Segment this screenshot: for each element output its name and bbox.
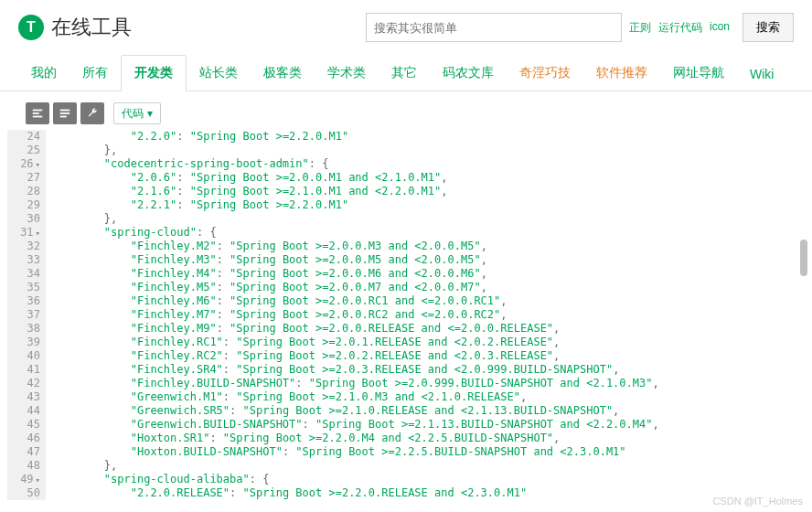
code-line[interactable]: "Greenwich.BUILD-SNAPSHOT": "Spring Boot… <box>51 418 812 432</box>
svg-rect-1 <box>33 112 39 114</box>
code-line[interactable]: "spring-cloud": { <box>51 226 812 240</box>
nav-item-7[interactable]: 码农文库 <box>430 56 507 91</box>
nav-item-10[interactable]: 网址导航 <box>660 56 737 91</box>
line-number: 40 <box>13 349 40 363</box>
vertical-scrollbar[interactable] <box>799 130 808 500</box>
code-line[interactable]: "2.2.0.RELEASE": "Spring Boot >=2.2.0.RE… <box>51 486 812 500</box>
line-number: 43 <box>13 390 40 404</box>
code-line[interactable]: "Hoxton.SR1": "Spring Boot >=2.2.0.M4 an… <box>51 432 812 445</box>
code-type-dropdown[interactable]: 代码 ▾ <box>113 102 161 124</box>
nav-item-4[interactable]: 极客类 <box>251 56 315 91</box>
code-line[interactable]: "spring-cloud-alibaba": { <box>51 473 812 486</box>
svg-rect-4 <box>60 112 70 114</box>
line-number: 44 <box>13 404 40 418</box>
line-number: 50 <box>13 486 40 500</box>
svg-rect-2 <box>33 116 43 118</box>
code-line[interactable]: "Finchley.M6": "Spring Boot >=2.0.0.RC1 … <box>51 294 812 308</box>
logo-text: 在线工具 <box>51 14 132 41</box>
code-line[interactable]: "Finchley.M5": "Spring Boot >=2.0.0.M7 a… <box>51 281 812 294</box>
editor-toolbar: 代码 ▾ <box>7 99 812 130</box>
code-line[interactable]: "Finchley.M4": "Spring Boot >=2.0.0.M6 a… <box>51 267 812 281</box>
code-line[interactable]: "Finchley.M2": "Spring Boot >=2.0.0.M3 a… <box>51 240 812 253</box>
search-quick-links: 正则 运行代码 icon <box>622 20 737 36</box>
line-number: 25 <box>13 144 40 157</box>
search-button[interactable]: 搜索 <box>743 13 794 42</box>
line-number: 29 <box>13 198 40 212</box>
line-number: 42 <box>13 377 40 390</box>
code-line[interactable]: "Finchley.RC1": "Spring Boot >=2.0.1.REL… <box>51 336 812 349</box>
chevron-down-icon: ▾ <box>147 107 153 120</box>
line-number: 28 <box>13 185 40 198</box>
code-line[interactable]: "2.1.6": "Spring Boot >=2.1.0.M1 and <2.… <box>51 185 812 198</box>
code-line[interactable]: "Greenwich.M1": "Spring Boot >=2.1.0.M3 … <box>51 390 812 404</box>
line-number: 33 <box>13 253 40 267</box>
nav-item-11[interactable]: Wiki <box>737 58 786 91</box>
code-line[interactable]: "2.2.0": "Spring Boot >=2.2.0.M1" <box>51 130 812 144</box>
svg-rect-3 <box>60 110 70 112</box>
logo[interactable]: T 在线工具 <box>18 14 132 41</box>
watermark: CSDN @IT_Holmes <box>712 496 803 500</box>
line-number: 26▾ <box>13 157 40 171</box>
line-number: 46 <box>13 432 40 445</box>
code-line[interactable]: "Finchley.M9": "Spring Boot >=2.0.0.RELE… <box>51 322 812 336</box>
header: T 在线工具 正则 运行代码 icon 搜索 <box>0 0 812 55</box>
code-line[interactable]: }, <box>51 459 812 473</box>
line-number: 24 <box>13 130 40 144</box>
code-line[interactable]: "Finchley.RC2": "Spring Boot >=2.0.2.REL… <box>51 349 812 363</box>
link-regex[interactable]: 正则 <box>629 20 651 36</box>
search-input[interactable] <box>366 13 622 42</box>
line-number: 35 <box>13 281 40 294</box>
scrollbar-thumb[interactable] <box>800 240 807 276</box>
line-number: 36 <box>13 294 40 308</box>
line-number: 48 <box>13 459 40 473</box>
line-gutter: 242526▾2728293031▾3233343536373839404142… <box>7 130 46 500</box>
editor-area: 代码 ▾ 242526▾2728293031▾32333435363738394… <box>0 91 812 500</box>
code-line[interactable]: "Finchley.SR4": "Spring Boot >=2.0.3.REL… <box>51 363 812 377</box>
nav-tabs: 我的所有开发类站长类极客类学术类其它码农文库奇淫巧技软件推荐网址导航Wiki <box>0 55 812 91</box>
line-number: 27 <box>13 171 40 185</box>
nav-item-2[interactable]: 开发类 <box>121 55 187 91</box>
code-line[interactable]: "Hoxton.BUILD-SNAPSHOT": "Spring Boot >=… <box>51 445 812 459</box>
line-number: 41 <box>13 363 40 377</box>
code-type-label: 代码 <box>122 106 144 122</box>
code-line[interactable]: "codecentric-spring-boot-admin": { <box>51 157 812 171</box>
svg-rect-0 <box>33 110 43 112</box>
code-line[interactable]: "Finchley.M3": "Spring Boot >=2.0.0.M5 a… <box>51 253 812 267</box>
align-button[interactable] <box>53 102 77 124</box>
wrench-button[interactable] <box>80 102 104 124</box>
code-line[interactable]: }, <box>51 212 812 226</box>
nav-item-3[interactable]: 站长类 <box>187 56 251 91</box>
link-icon[interactable]: icon <box>710 20 730 36</box>
link-run-code[interactable]: 运行代码 <box>658 20 702 36</box>
align-left-button[interactable] <box>26 102 49 124</box>
nav-item-1[interactable]: 所有 <box>69 56 121 91</box>
code-editor[interactable]: 242526▾2728293031▾3233343536373839404142… <box>7 130 812 500</box>
line-number: 30 <box>13 212 40 226</box>
code-line[interactable]: "Greenwich.SR5": "Spring Boot >=2.1.0.RE… <box>51 404 812 418</box>
search-box: 正则 运行代码 icon 搜索 <box>366 13 794 42</box>
nav-item-9[interactable]: 软件推荐 <box>583 56 660 91</box>
line-number: 47 <box>13 445 40 459</box>
code-line[interactable]: }, <box>51 144 812 157</box>
code-content[interactable]: "2.2.0": "Spring Boot >=2.2.0.M1" }, "co… <box>46 130 812 500</box>
line-number: 49▾ <box>13 473 40 486</box>
line-number: 39 <box>13 336 40 349</box>
line-number: 37 <box>13 308 40 322</box>
nav-item-0[interactable]: 我的 <box>18 56 69 91</box>
code-line[interactable]: "2.2.1": "Spring Boot >=2.2.0.M1" <box>51 198 812 212</box>
nav-item-6[interactable]: 其它 <box>379 56 430 91</box>
nav-item-5[interactable]: 学术类 <box>315 56 379 91</box>
code-line[interactable]: "2.0.6": "Spring Boot >=2.0.0.M1 and <2.… <box>51 171 812 185</box>
line-number: 34 <box>13 267 40 281</box>
logo-icon: T <box>18 15 44 40</box>
code-line[interactable]: "Finchley.BUILD-SNAPSHOT": "Spring Boot … <box>51 377 812 390</box>
line-number: 38 <box>13 322 40 336</box>
code-line[interactable]: "Finchley.M7": "Spring Boot >=2.0.0.RC2 … <box>51 308 812 322</box>
svg-rect-5 <box>60 116 67 118</box>
line-number: 45 <box>13 418 40 432</box>
line-number: 31▾ <box>13 226 40 240</box>
line-number: 32 <box>13 240 40 253</box>
nav-item-8[interactable]: 奇淫巧技 <box>507 56 583 91</box>
